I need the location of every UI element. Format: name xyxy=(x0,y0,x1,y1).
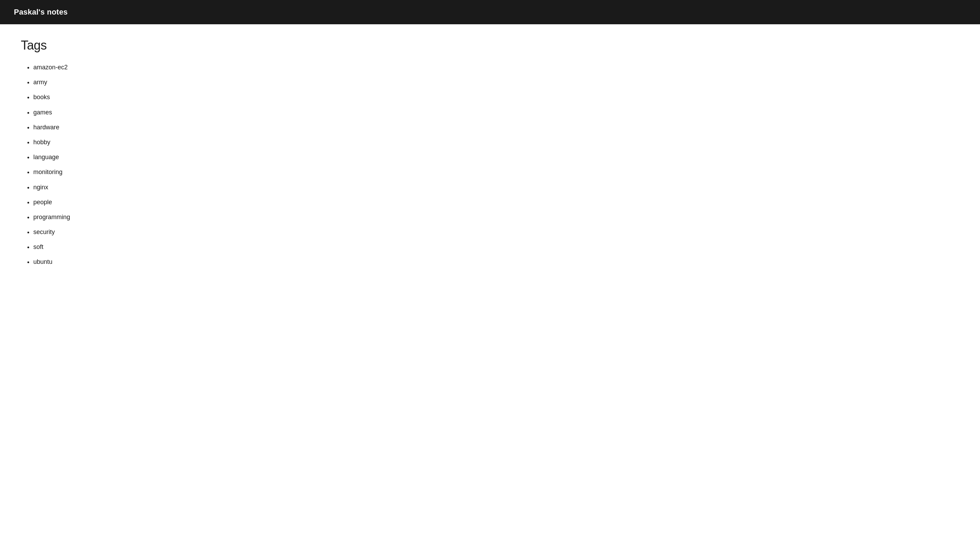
tags-list: amazon-ec2armybooksgameshardwarehobbylan… xyxy=(21,63,959,266)
tag-link[interactable]: hobby xyxy=(33,139,50,146)
tag-link[interactable]: games xyxy=(33,109,52,116)
tag-link[interactable]: nginx xyxy=(33,184,48,191)
list-item[interactable]: games xyxy=(33,108,959,117)
list-item[interactable]: ubuntu xyxy=(33,258,959,266)
list-item[interactable]: programming xyxy=(33,213,959,222)
site-header: Paskal's notes xyxy=(0,0,980,24)
page-heading: Tags xyxy=(21,38,959,53)
list-item[interactable]: hobby xyxy=(33,138,959,147)
list-item[interactable]: language xyxy=(33,153,959,162)
tag-link[interactable]: books xyxy=(33,94,50,100)
list-item[interactable]: nginx xyxy=(33,183,959,192)
tag-link[interactable]: programming xyxy=(33,214,70,220)
tag-link[interactable]: people xyxy=(33,199,52,206)
tag-link[interactable]: language xyxy=(33,154,59,160)
list-item[interactable]: hardware xyxy=(33,123,959,132)
tag-link[interactable]: hardware xyxy=(33,124,59,131)
list-item[interactable]: soft xyxy=(33,243,959,251)
list-item[interactable]: security xyxy=(33,228,959,236)
list-item[interactable]: amazon-ec2 xyxy=(33,63,959,72)
tag-link[interactable]: soft xyxy=(33,243,43,251)
list-item[interactable]: people xyxy=(33,198,959,207)
tag-link[interactable]: security xyxy=(33,228,55,235)
list-item[interactable]: army xyxy=(33,78,959,87)
site-title[interactable]: Paskal's notes xyxy=(14,8,68,16)
main-content: Tags amazon-ec2armybooksgameshardwarehob… xyxy=(0,24,980,287)
tag-link[interactable]: ubuntu xyxy=(33,258,52,265)
list-item[interactable]: books xyxy=(33,93,959,102)
tag-link[interactable]: army xyxy=(33,79,47,86)
list-item[interactable]: monitoring xyxy=(33,168,959,176)
tag-link[interactable]: monitoring xyxy=(33,168,62,176)
tag-link[interactable]: amazon-ec2 xyxy=(33,64,68,71)
